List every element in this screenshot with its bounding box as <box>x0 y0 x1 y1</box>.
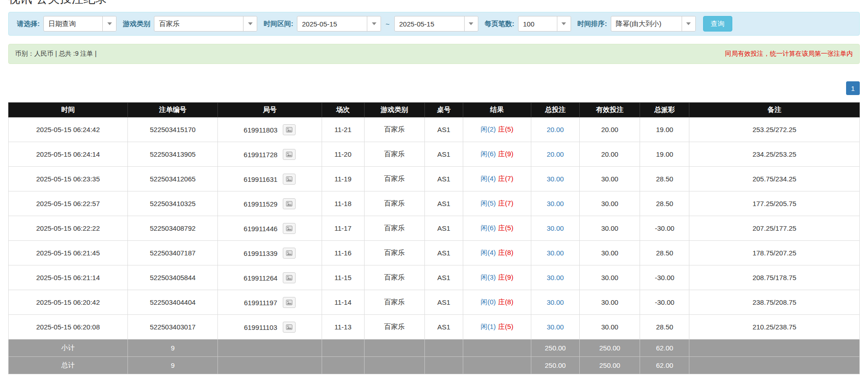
table-row: 2025-05-15 06:24:42 522503415170 6199118… <box>9 117 860 142</box>
result-player: 闲(6) <box>481 224 496 232</box>
result-banker: 庄(7) <box>498 175 513 182</box>
round-snapshot-button[interactable] <box>283 124 296 135</box>
video-snapshot-icon <box>286 176 292 182</box>
bet-records-table: 时间 注单编号 局号 场次 游戏类别 桌号 结果 总投注 有效投注 总派彩 备注… <box>8 102 860 374</box>
round-snapshot-button[interactable] <box>283 198 296 209</box>
result-banker: 庄(8) <box>498 298 513 306</box>
total-bet-link[interactable]: 30.00 <box>547 200 564 207</box>
cell-valid-bet: 30.00 <box>580 167 640 191</box>
subtotal-empty-cell <box>463 339 531 357</box>
cell-result: 闲(0)庄(8) <box>463 290 531 315</box>
game-type-select[interactable]: 百家乐 <box>154 16 257 32</box>
cell-game-type: 百家乐 <box>364 117 424 142</box>
game-type-label: 游戏类别 <box>123 20 150 28</box>
cell-valid-bet: 30.00 <box>580 191 640 216</box>
col-header-bet-no: 注单编号 <box>127 103 217 117</box>
page-button-1[interactable]: 1 <box>846 81 860 95</box>
date-to-value: 2025-05-15 <box>395 20 464 28</box>
total-bet-link[interactable]: 30.00 <box>547 249 564 257</box>
chevron-down-icon[interactable] <box>557 16 571 31</box>
total-bet-link[interactable]: 30.00 <box>547 323 564 331</box>
cell-valid-bet: 20.00 <box>580 142 640 167</box>
total-bet-link[interactable]: 30.00 <box>547 274 564 281</box>
video-snapshot-icon <box>286 127 292 133</box>
round-snapshot-button[interactable] <box>283 272 296 283</box>
query-button[interactable]: 查询 <box>703 16 732 32</box>
cell-total-bet: 30.00 <box>531 191 579 216</box>
cell-remark: 177.25/205.75 <box>689 191 860 216</box>
query-mode-select[interactable]: 日期查询 <box>43 16 116 32</box>
cell-time: 2025-05-15 06:24:14 <box>9 142 128 167</box>
cell-result: 闲(6)庄(5) <box>463 216 531 241</box>
cell-result: 闲(6)庄(9) <box>463 142 531 167</box>
total-empty-cell <box>322 357 364 374</box>
cell-payout: -30.00 <box>640 216 689 241</box>
col-header-session: 场次 <box>322 103 364 117</box>
time-sort-select[interactable]: 降幂(由大到小) <box>611 16 696 32</box>
page-size-label: 每页笔数: <box>485 20 514 28</box>
round-snapshot-button[interactable] <box>283 297 296 308</box>
chevron-down-icon[interactable] <box>243 16 257 31</box>
col-header-game-type: 游戏类别 <box>364 103 424 117</box>
round-snapshot-button[interactable] <box>283 248 296 259</box>
cell-round-no: 619911339 <box>218 241 322 265</box>
round-snapshot-button[interactable] <box>283 322 296 333</box>
cell-valid-bet: 30.00 <box>580 216 640 241</box>
cell-table-no: AS1 <box>424 167 463 191</box>
cell-remark: 178.75/207.25 <box>689 241 860 265</box>
page-size-select[interactable]: 100 <box>518 16 571 32</box>
total-bet-link[interactable]: 20.00 <box>547 150 564 158</box>
video-snapshot-icon <box>286 250 292 256</box>
cell-table-no: AS1 <box>424 191 463 216</box>
cell-table-no: AS1 <box>424 117 463 142</box>
round-number: 619911339 <box>243 249 277 257</box>
total-bet-link[interactable]: 30.00 <box>547 224 564 232</box>
query-mode-value: 日期查询 <box>44 20 102 28</box>
table-row: 2025-05-15 06:21:14 522503405844 6199112… <box>9 265 860 290</box>
subtotal-payout: 62.00 <box>640 339 689 357</box>
chevron-down-icon[interactable] <box>102 16 116 31</box>
round-snapshot-button[interactable] <box>283 149 296 160</box>
chevron-down-icon[interactable] <box>464 16 478 31</box>
total-bet-link[interactable]: 30.00 <box>547 175 564 183</box>
chevron-down-icon[interactable] <box>367 16 381 31</box>
cell-valid-bet: 30.00 <box>580 241 640 265</box>
round-snapshot-button[interactable] <box>283 223 296 234</box>
cell-round-no: 619911264 <box>218 265 322 290</box>
round-snapshot-button[interactable] <box>283 174 296 185</box>
cell-valid-bet: 30.00 <box>580 265 640 290</box>
date-to-select[interactable]: 2025-05-15 <box>394 16 478 32</box>
cell-remark: 234.25/253.25 <box>689 142 860 167</box>
cell-total-bet: 20.00 <box>531 117 579 142</box>
date-from-select[interactable]: 2025-05-15 <box>297 16 381 32</box>
cell-bet-no: 522503410325 <box>127 191 217 216</box>
cell-session: 11-14 <box>322 290 364 315</box>
subtotal-empty-cell <box>424 339 463 357</box>
time-sort-value: 降幂(由大到小) <box>611 20 682 28</box>
valid-bet-notice: 同局有效投注，统一计算在该局第一张注单内 <box>725 50 853 58</box>
result-player: 闲(5) <box>481 199 496 207</box>
result-player: 闲(4) <box>481 249 496 256</box>
subtotal-empty-cell <box>218 339 322 357</box>
cell-session: 11-17 <box>322 216 364 241</box>
filter-bar: 请选择: 日期查询 游戏类别 百家乐 时间区间: 2025-05-15 ~ 20… <box>8 12 860 36</box>
result-banker: 庄(9) <box>498 273 513 281</box>
cell-result: 闲(4)庄(8) <box>463 241 531 265</box>
cell-remark: 253.25/272.25 <box>689 117 860 142</box>
cell-payout: 19.00 <box>640 142 689 167</box>
cell-total-bet: 30.00 <box>531 265 579 290</box>
col-header-valid-bet: 有效投注 <box>580 103 640 117</box>
cell-game-type: 百家乐 <box>364 191 424 216</box>
total-bet-link[interactable]: 20.00 <box>547 126 564 133</box>
result-banker: 庄(8) <box>498 249 513 256</box>
total-bet-link[interactable]: 30.00 <box>547 298 564 306</box>
cell-round-no: 619911631 <box>218 167 322 191</box>
cell-round-no: 619911803 <box>218 117 322 142</box>
total-empty-cell <box>689 357 860 374</box>
result-banker: 庄(7) <box>498 199 513 207</box>
chevron-down-icon[interactable] <box>682 16 695 31</box>
cell-total-bet: 30.00 <box>531 315 579 339</box>
table-row: 2025-05-15 06:20:42 522503404404 6199111… <box>9 290 860 315</box>
table-row: 2025-05-15 06:20:08 522503403017 6199111… <box>9 315 860 339</box>
cell-total-bet: 30.00 <box>531 216 579 241</box>
